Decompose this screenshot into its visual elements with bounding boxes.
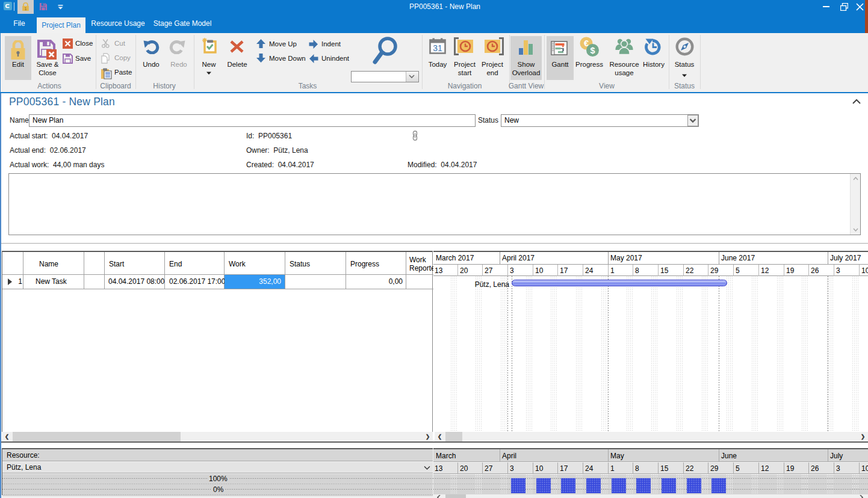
svg-text:31: 31 [433, 43, 442, 53]
svg-text:$: $ [590, 46, 595, 55]
